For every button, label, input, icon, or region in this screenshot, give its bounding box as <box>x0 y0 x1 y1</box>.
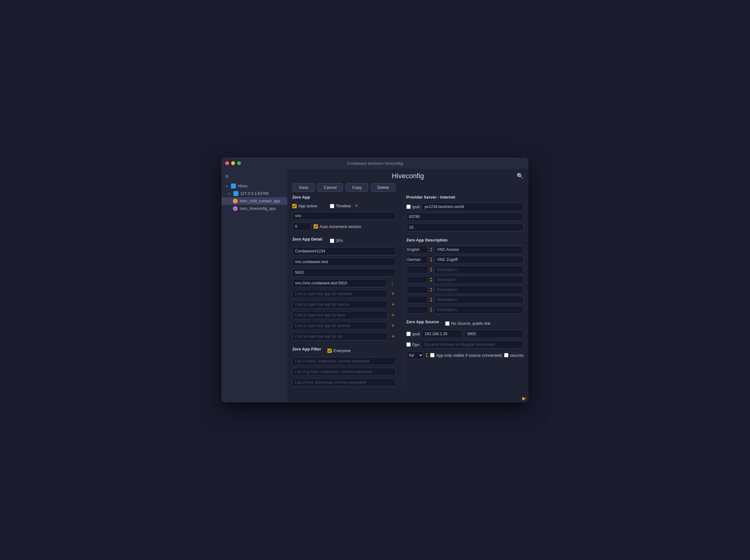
timeline-add-button[interactable]: + <box>353 203 359 209</box>
server-icon: 🌐 <box>233 191 238 196</box>
desc-lang-select-1[interactable]: English German French <box>406 246 428 253</box>
link-ios-input[interactable] <box>292 332 388 340</box>
link-windows-input[interactable] <box>292 290 388 298</box>
link-linux-add-button[interactable]: + <box>390 312 396 319</box>
sidebar-item-hives[interactable]: ▼ 🌐 Hives <box>221 182 287 190</box>
app-port-input[interactable] <box>292 268 396 277</box>
provider-port-input[interactable] <box>406 213 524 221</box>
desc-lang-select-4[interactable] <box>406 276 428 283</box>
close-button[interactable] <box>225 161 229 165</box>
desc-input-6[interactable] <box>434 296 524 304</box>
desc-lang-select-3[interactable] <box>406 266 428 274</box>
main-window: Cordaware bestzero hiveconfig ≡ ▼ 🌐 Hive… <box>221 158 529 402</box>
source-dyn-checkbox[interactable] <box>406 342 411 347</box>
source-ipv6-label[interactable]: Ipv6 <box>406 332 420 336</box>
timeline-checkbox-label[interactable]: Timeline <box>330 204 351 208</box>
provider-ipv6-label[interactable]: Ipv6 <box>406 204 420 209</box>
users-row <box>292 357 396 365</box>
groups-input[interactable] <box>292 368 396 376</box>
cancel-button[interactable]: Cancel <box>317 183 343 192</box>
everyone-checkbox[interactable] <box>328 348 332 353</box>
menu-toggle[interactable]: ≡ <box>221 171 287 182</box>
users-input[interactable] <box>292 357 396 365</box>
link-android-input[interactable] <box>292 322 388 330</box>
app-link-dots-button[interactable]: ⋮ <box>389 280 396 286</box>
maximize-button[interactable] <box>237 161 241 165</box>
everyone-label[interactable]: Everyone <box>328 348 351 353</box>
desc-input-7[interactable] <box>434 306 524 314</box>
search-button[interactable]: 🔍 <box>517 173 524 179</box>
desc-updown-1[interactable]: ▲▼ <box>430 247 433 253</box>
vnc-input[interactable] <box>292 212 396 220</box>
twofa-label[interactable]: 2FA <box>330 238 343 243</box>
provider-host-input[interactable] <box>422 203 524 211</box>
desc-updown-6[interactable]: ▲▼ <box>430 297 433 303</box>
desc-lang-select-6[interactable] <box>406 296 428 303</box>
bottom-indicator: ▶ <box>287 394 529 402</box>
app-active-checkbox[interactable] <box>292 204 297 208</box>
auto-increment-label[interactable]: Auto increment version <box>314 224 361 229</box>
link-macos-input[interactable] <box>292 300 388 308</box>
protocol-select[interactable]: tcp udp <box>406 351 423 359</box>
link-ios-add-button[interactable]: + <box>390 333 396 340</box>
source-port-input[interactable] <box>464 330 524 338</box>
no-source-checkbox[interactable] <box>445 321 450 326</box>
version-row: Auto increment version <box>292 222 396 231</box>
desc-input-1[interactable] <box>434 245 524 254</box>
desc-input-2[interactable] <box>434 256 524 264</box>
desc-section-title: Zero App Description <box>406 238 524 242</box>
link-android-add-button[interactable]: + <box>390 323 396 329</box>
provider-ipv6-checkbox[interactable] <box>406 204 411 209</box>
source-ipv6-checkbox[interactable] <box>406 332 411 336</box>
link-linux-input[interactable] <box>292 311 388 319</box>
desc-row-5: ▲▼ <box>406 286 524 294</box>
desc-updown-3[interactable]: ▲▼ <box>430 267 433 273</box>
visible-checkbox[interactable] <box>430 353 435 357</box>
desc-updown-7[interactable]: ▲▼ <box>430 307 433 313</box>
app-link-input[interactable] <box>292 279 387 287</box>
app-active-checkbox-label[interactable]: App active <box>292 204 317 208</box>
app-active-label: App active <box>298 204 317 208</box>
provider-ipv6-row: Ipv6 <box>406 203 524 211</box>
source-ip-input[interactable] <box>422 330 462 338</box>
ous-input[interactable] <box>292 378 396 386</box>
desc-input-5[interactable] <box>434 286 524 294</box>
link-windows-add-button[interactable]: + <box>390 291 396 297</box>
sidebar-item-app1[interactable]: ⬡ zero_cold_contact_app <box>221 197 287 205</box>
desc-input-3[interactable] <box>434 265 524 274</box>
desc-lang-select-2[interactable]: German English French <box>406 256 428 263</box>
minimize-button[interactable] <box>231 161 235 165</box>
link-macos-add-button[interactable]: + <box>390 301 396 308</box>
sidebar-item-app2[interactable]: ⬡ zero_hiveconfig_app <box>221 205 287 212</box>
app-name-input[interactable] <box>292 247 396 255</box>
source-dyn-input[interactable] <box>421 340 524 348</box>
delete-button[interactable]: Delete <box>371 183 396 192</box>
desc-updown-4[interactable]: ▲▼ <box>430 277 433 282</box>
desc-input-4[interactable] <box>434 276 524 284</box>
auto-increment-checkbox[interactable] <box>314 224 318 228</box>
desc-updown-5[interactable]: ▲▼ <box>430 287 433 293</box>
desc-lang-select-5[interactable] <box>406 286 428 294</box>
provider-priority-input[interactable] <box>406 223 524 232</box>
zero-app-detail-header-row: Zero App Detail 2FA <box>292 237 396 245</box>
app-link-row: ⋮ <box>292 279 396 287</box>
save-button[interactable]: Save <box>292 183 315 192</box>
twofa-checkbox[interactable] <box>330 239 334 243</box>
secure-text: secure) <box>510 353 524 358</box>
protocol-updown[interactable]: ▲▼ <box>426 352 428 358</box>
app1-label: zero_cold_contact_app <box>240 199 280 203</box>
timeline-checkbox[interactable] <box>330 204 334 208</box>
copy-button[interactable]: Copy <box>346 183 368 192</box>
traffic-lights <box>225 161 241 165</box>
source-dyn-label[interactable]: Dyn <box>406 342 419 347</box>
desc-updown-2[interactable]: ▲▼ <box>430 257 433 262</box>
secure-label[interactable]: secure) <box>504 353 524 358</box>
secure-checkbox[interactable] <box>504 353 509 357</box>
desc-lang-select-7[interactable] <box>406 306 428 314</box>
visible-label[interactable]: App only visible if source connected( <box>430 353 502 358</box>
sidebar-item-server[interactable]: ▼ 🌐 127.0.0.1:63789 <box>221 190 287 197</box>
app-host-input[interactable] <box>292 258 396 266</box>
no-source-label[interactable]: No Source, public link <box>445 321 491 326</box>
version-input[interactable] <box>292 222 311 231</box>
app2-label: zero_hiveconfig_app <box>240 206 276 211</box>
